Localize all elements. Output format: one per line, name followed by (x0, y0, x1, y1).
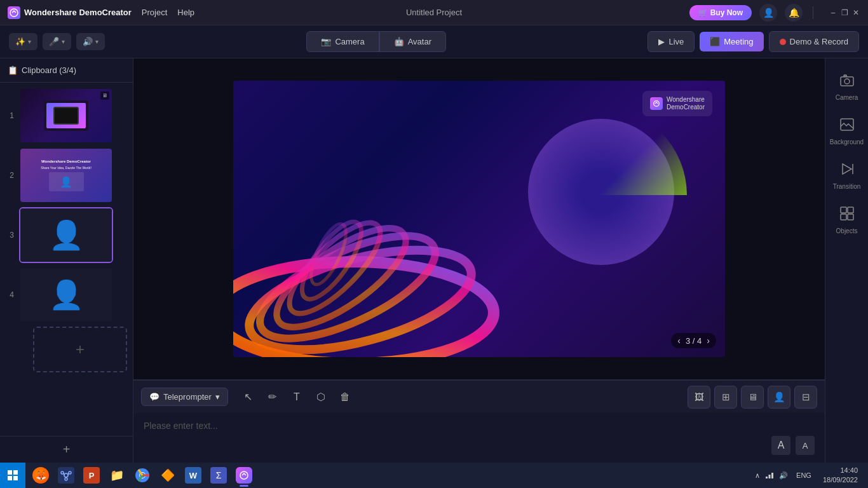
font-decrease-button[interactable]: A (796, 436, 815, 455)
svg-point-3 (247, 215, 449, 357)
restore-button[interactable]: ❐ (840, 8, 849, 17)
add-clip-button[interactable]: + (33, 327, 127, 372)
teleprompter-tools: ↖ ✏ T ⬡ 🗑 (238, 387, 355, 407)
taskbar-app-democreator[interactable] (231, 463, 257, 488)
clipboard-title: Clipboard (3/4) (22, 65, 76, 75)
record-dot (780, 39, 786, 45)
main-toolbar: ✨ ▾ 🎤 ▾ 🔊 ▾ 📷 Camera 🤖 Avatar ▶ Live ⬛ M… (0, 25, 868, 58)
tray-expand[interactable]: ∧ (753, 470, 762, 481)
taskbar-app-chrome[interactable] (130, 463, 155, 488)
avatar-mode-button[interactable]: 🤖 Avatar (379, 31, 446, 52)
taskbar-app-network[interactable] (53, 463, 79, 488)
sidebar-tool-camera[interactable]: Camera (829, 66, 865, 108)
shape-tool[interactable]: ⬡ (311, 387, 331, 407)
taskbar-app-vlc[interactable]: 🔶 (155, 463, 180, 488)
powerpoint-icon: P (83, 467, 100, 484)
clip-number: 3 (5, 231, 14, 240)
start-button[interactable] (0, 463, 25, 488)
close-button[interactable]: ✕ (851, 8, 860, 17)
clip-number: 1 (5, 111, 14, 120)
split-tool[interactable]: ⊟ (794, 386, 817, 409)
select-tool[interactable]: ↖ (238, 387, 259, 407)
profile-icon[interactable]: 👤 (759, 4, 777, 22)
text-tool[interactable]: T (287, 387, 307, 407)
taskbar-app-powerpoint[interactable]: P (79, 463, 104, 488)
add-clip-item[interactable]: + (5, 327, 128, 372)
demo-record-button[interactable]: Demo & Record (769, 31, 859, 52)
svg-line-26 (64, 473, 64, 475)
sidebar-tool-transition[interactable]: Transition (829, 155, 865, 197)
mic-button[interactable]: 🎤 ▾ (43, 33, 71, 50)
add-slide-button[interactable]: + (0, 436, 133, 463)
menu-project[interactable]: Project (142, 8, 167, 17)
camera-mode-button[interactable]: 📷 Camera (306, 31, 379, 52)
clip-thumbnail-4[interactable]: 👤 (19, 267, 113, 323)
firefox-icon: 🦊 (32, 467, 49, 484)
font-increase-button[interactable]: A (771, 436, 790, 455)
svg-rect-17 (848, 214, 853, 220)
explorer-icon: 📁 (109, 467, 125, 484)
speaker-button[interactable]: 🔊 ▾ (76, 33, 105, 50)
svg-rect-9 (841, 77, 853, 86)
window-controls: – ❐ ✕ (829, 8, 860, 17)
pen-tool[interactable]: ✏ (262, 387, 283, 407)
live-button[interactable]: ▶ Live (648, 31, 695, 52)
logo-icon (8, 6, 20, 19)
dropdown-arrow-ai: ▾ (28, 38, 31, 45)
svg-rect-35 (771, 473, 773, 478)
avatar-mode-icon: 🤖 (394, 37, 404, 46)
next-page-button[interactable]: › (707, 336, 710, 346)
watermark: Wondershare DemoCreator (642, 91, 712, 116)
background-sidebar-label: Background (830, 139, 864, 146)
canvas-area: Wondershare DemoCreator ‹ 3 / 4 › 💬 Tele… (133, 58, 825, 463)
clip-item[interactable]: 2 Wondershare DemoCreator Share Your Ide… (5, 147, 128, 203)
swirl-decoration (233, 135, 513, 357)
clip-item[interactable]: 1 🖥 (5, 88, 128, 144)
monitor-tool[interactable]: 🖥 (741, 386, 764, 409)
volume-tray-icon[interactable]: 🔊 (777, 470, 790, 481)
sidebar-tool-background[interactable]: Background (829, 111, 865, 152)
taskbar-app-explorer[interactable]: 📁 (104, 463, 130, 488)
menu-help[interactable]: Help (177, 8, 194, 17)
system-icons: ∧ 🔊 (753, 469, 790, 482)
image-tool[interactable]: 🖼 (688, 386, 710, 409)
svg-point-25 (65, 478, 67, 480)
clipboard-icon: 📋 (8, 65, 18, 75)
person-tool[interactable]: 👤 (768, 386, 790, 409)
clip-item[interactable]: 4 👤 (5, 267, 128, 323)
ai-button[interactable]: ✨ ▾ (9, 33, 37, 50)
svg-rect-20 (8, 476, 12, 480)
watermark-text: Wondershare DemoCreator (667, 96, 705, 111)
app-logo: Wondershare DemoCreator (8, 6, 132, 19)
meeting-button[interactable]: ⬛ Meeting (700, 32, 763, 51)
layout-tool[interactable]: ⊞ (714, 386, 737, 409)
svg-rect-19 (13, 470, 18, 475)
time: 14:40 (823, 466, 858, 475)
delete-tool[interactable]: 🗑 (335, 387, 355, 407)
taskbar-app-firefox[interactable]: 🦊 (28, 463, 53, 488)
svg-point-10 (844, 79, 850, 84)
teleprompter-placeholder: Please enter text... (144, 421, 815, 431)
minimize-button[interactable]: – (829, 8, 837, 17)
taskbar-app-word[interactable]: W (180, 463, 206, 488)
clip-thumbnail-1[interactable]: 🖥 (19, 88, 113, 144)
prev-page-button[interactable]: ‹ (677, 336, 681, 346)
teleprompter-right-tools: 🖼 ⊞ 🖥 👤 ⊟ (688, 386, 817, 409)
teleprompter-button[interactable]: 💬 Teleprompter ▾ (141, 388, 228, 406)
network-icon (58, 467, 74, 484)
clip-item[interactable]: 3 👤 (5, 207, 128, 263)
live-icon: ▶ (658, 37, 665, 46)
sidebar-tool-objects[interactable]: Objects (829, 200, 865, 241)
clip-thumbnail-3[interactable]: 👤 (19, 207, 113, 263)
notification-icon[interactable]: 🔔 (785, 4, 803, 22)
buy-now-button[interactable]: 🛒 Buy Now (689, 5, 752, 20)
camera-mode-icon: 📷 (321, 37, 331, 46)
teleprompter-text-area[interactable]: Please enter text... A A (133, 413, 825, 463)
taskbar-apps: 🦊 P 📁 (25, 463, 748, 488)
clip-thumbnail-2[interactable]: Wondershare DemoCreator Share Your Idea,… (19, 147, 113, 203)
dropdown-arrow-mic: ▾ (62, 38, 65, 45)
network-tray-icon[interactable] (763, 469, 776, 482)
taskbar-app-sigma[interactable]: Σ (206, 463, 231, 488)
svg-point-2 (239, 231, 481, 357)
svg-rect-15 (848, 207, 853, 213)
